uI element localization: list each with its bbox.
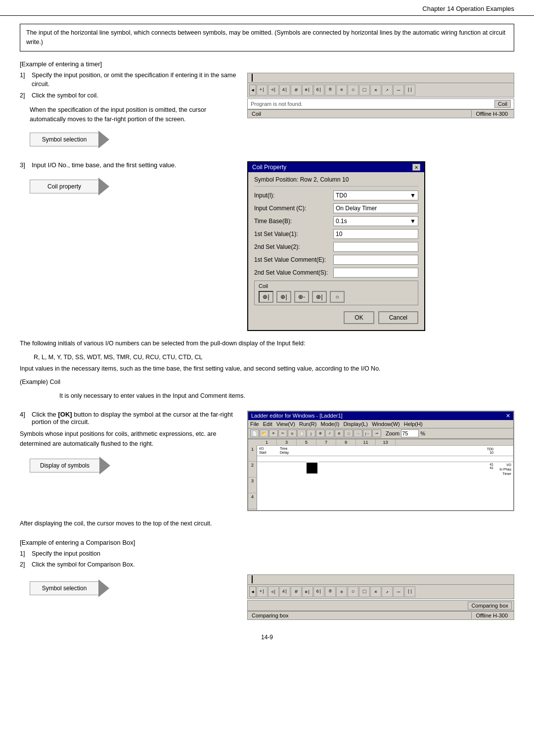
coil-sym-4[interactable]: ⊕| bbox=[312, 291, 327, 303]
l-btn-11[interactable]: |→ bbox=[363, 429, 372, 437]
menu-help[interactable]: Help(H) bbox=[404, 421, 423, 427]
tb-btn-1-13[interactable]: — bbox=[393, 85, 404, 95]
ladder-editor-window[interactable]: Ladder editor for Windows - [Ladder1] ✕ … bbox=[247, 411, 514, 511]
l-btn-5[interactable]: | bbox=[307, 429, 315, 437]
arrow-right-1 bbox=[98, 131, 109, 148]
menu-display[interactable]: Display(L) bbox=[343, 421, 368, 427]
grid-label-delay: Delay bbox=[280, 451, 289, 454]
tb-btn-2-6[interactable]: 6| bbox=[313, 586, 324, 597]
l-btn-7[interactable]: ✓ bbox=[325, 429, 334, 437]
rung-line-2b bbox=[318, 462, 513, 462]
row-num-2: 2 bbox=[248, 462, 257, 477]
page-number: 14-9 bbox=[261, 634, 273, 641]
tb-btn-1-4[interactable]: # bbox=[291, 85, 302, 95]
tb-btn-2-12[interactable]: ↗ bbox=[382, 586, 393, 597]
tb-btn-1-5[interactable]: ⊕| bbox=[302, 85, 313, 95]
input-select[interactable]: TD0 ▼ bbox=[333, 190, 418, 200]
tb-btn-1-2[interactable]: ⊣| bbox=[268, 85, 279, 95]
l-btn-open[interactable]: 📂 bbox=[260, 429, 268, 437]
menu-window[interactable]: Window(W) bbox=[372, 421, 400, 427]
setval-comment1-input[interactable] bbox=[333, 255, 418, 265]
tb-btn-2-3[interactable]: 4| bbox=[279, 586, 290, 597]
tb-btn-1-3[interactable]: 4| bbox=[279, 85, 290, 95]
tb-btn-1-11[interactable]: ✕ bbox=[370, 85, 381, 95]
tb-btn-2-13[interactable]: — bbox=[393, 586, 404, 597]
l-btn-12[interactable]: ⇒ bbox=[372, 429, 381, 437]
tb-btn-1-7[interactable]: ® bbox=[325, 85, 336, 95]
tb-btn-2-2[interactable]: ⊣| bbox=[268, 586, 279, 597]
menu-file[interactable]: File bbox=[250, 421, 259, 427]
coil-sym-3[interactable]: ⊕- bbox=[294, 291, 309, 303]
l-btn-copy[interactable]: ⎘ bbox=[288, 429, 297, 437]
coil-property-dialog[interactable]: Coil Property ✕ Symbol Position: Row 2, … bbox=[247, 161, 425, 331]
comp-symbol-selection-diagram: Symbol selection bbox=[30, 579, 237, 597]
cancel-button[interactable]: Cancel bbox=[378, 311, 418, 324]
timer-example-label: [Example of entering a timer] bbox=[20, 60, 514, 68]
l-btn-new[interactable]: 📄 bbox=[250, 429, 259, 437]
tb-btn-2-4[interactable]: # bbox=[291, 586, 302, 597]
tb-btn-2-5[interactable]: ⊕| bbox=[302, 586, 313, 597]
tb-btn-2-11[interactable]: ✕ bbox=[370, 586, 381, 597]
tb-btn-1-14[interactable]: || bbox=[404, 85, 415, 95]
menu-edit[interactable]: Edit bbox=[263, 421, 272, 427]
l-btn-paste[interactable]: 📋 bbox=[297, 429, 306, 437]
ladder-toolbar-row: 📄 📂 ✕ ✂ ⎘ 📋 | ⊕ ✓ R □ → |→ ⇒ bbox=[248, 428, 513, 439]
l-btn-cut[interactable]: ✂ bbox=[278, 429, 287, 437]
setval1-label: 1st Set Value(1): bbox=[254, 231, 333, 237]
zoom-select[interactable]: 75 bbox=[401, 429, 419, 437]
tb-btn-2-10[interactable]: □ bbox=[359, 586, 370, 597]
row-num-1: 1 bbox=[248, 446, 257, 462]
setval-comment2-row: 2nd Set Value Comment(S): bbox=[254, 268, 418, 278]
tb-btn-1-6[interactable]: 6| bbox=[313, 85, 324, 95]
setval2-input[interactable] bbox=[333, 242, 418, 252]
dialog-body: Symbol Position: Row 2, Column 10 Input(… bbox=[248, 172, 424, 330]
coil-sym-1[interactable]: ⊕| bbox=[259, 291, 273, 303]
menu-mode[interactable]: Mode(I) bbox=[320, 421, 339, 427]
tb-btn-1-8[interactable]: ⊙ bbox=[336, 85, 347, 95]
l-btn-6[interactable]: ⊕ bbox=[316, 429, 325, 437]
scroll-left-btn-2[interactable]: ◄ bbox=[249, 586, 256, 597]
tb-btn-1-12[interactable]: ↗ bbox=[382, 85, 393, 95]
status-left-1: Coil bbox=[250, 110, 472, 117]
tb-btn-2-7[interactable]: ® bbox=[325, 586, 336, 597]
l-btn-save[interactable]: ✕ bbox=[269, 429, 278, 437]
tb-btn-2-1[interactable]: +| bbox=[257, 586, 267, 597]
coil-vals: 41 41 bbox=[490, 463, 493, 470]
comparing-box-badge: Comparing box bbox=[468, 602, 512, 610]
tb-btn-2-9[interactable]: ○ bbox=[348, 586, 358, 597]
l-btn-9[interactable]: □ bbox=[344, 429, 353, 437]
symbol-selection-box: Symbol selection bbox=[30, 133, 99, 146]
l-btn-8[interactable]: R bbox=[335, 429, 344, 437]
scroll-left-btn-1[interactable]: ◄ bbox=[249, 85, 256, 95]
tb-btn-1-10[interactable]: □ bbox=[359, 85, 370, 95]
ladder-close[interactable]: ✕ bbox=[506, 413, 510, 419]
dialog-close-btn[interactable]: ✕ bbox=[412, 164, 420, 171]
coil-sym-5[interactable]: ○ bbox=[330, 291, 345, 303]
symbol-toolbar-2[interactable]: ◄ +| ⊣| 4| # ⊕| 6| ® ⊙ ○ □ ✕ ↗ bbox=[247, 584, 514, 599]
symbol-position: Symbol Position: Row 2, Column 10 bbox=[254, 176, 418, 187]
l-btn-10[interactable]: → bbox=[354, 429, 362, 437]
setval-comment2-input[interactable] bbox=[333, 268, 418, 278]
coil-sym-2[interactable]: ⊕| bbox=[276, 291, 291, 303]
after-step4-text: After displaying the coil, the cursor mo… bbox=[20, 519, 514, 528]
rung-line-2a bbox=[257, 462, 307, 462]
menu-run[interactable]: Run(R) bbox=[299, 421, 316, 427]
ok-button[interactable]: OK bbox=[344, 311, 374, 324]
comment-input[interactable] bbox=[333, 203, 418, 213]
dialog-titlebar: Coil Property ✕ bbox=[248, 162, 424, 172]
td0-val: 10 bbox=[490, 451, 493, 454]
timebase-select[interactable]: 0.1s ▼ bbox=[333, 216, 418, 226]
setval1-input[interactable] bbox=[333, 229, 418, 239]
col-1: 1 bbox=[257, 439, 277, 445]
col-11: 11 bbox=[356, 439, 376, 445]
status-left-2: Comparing box bbox=[250, 612, 472, 619]
symbol-toolbar-1[interactable]: ◄ +| ⊣| 4| # ⊕| 6| ® ⊙ ○ □ ✕ ↗ bbox=[247, 83, 514, 97]
tb-btn-2-14[interactable]: || bbox=[404, 586, 415, 597]
setval2-row: 2nd Set Value(2): bbox=[254, 242, 418, 252]
input-row: Input(I): TD0 ▼ bbox=[254, 190, 418, 200]
tb-btn-1-1[interactable]: +| bbox=[257, 85, 267, 95]
toolbar-container-1: ◄ +| ⊣| 4| # ⊕| 6| ® ⊙ ○ □ ✕ ↗ bbox=[247, 73, 514, 118]
menu-view[interactable]: View(V) bbox=[276, 421, 295, 427]
tb-btn-2-8[interactable]: ⊙ bbox=[336, 586, 347, 597]
tb-btn-1-9[interactable]: ○ bbox=[348, 85, 358, 95]
